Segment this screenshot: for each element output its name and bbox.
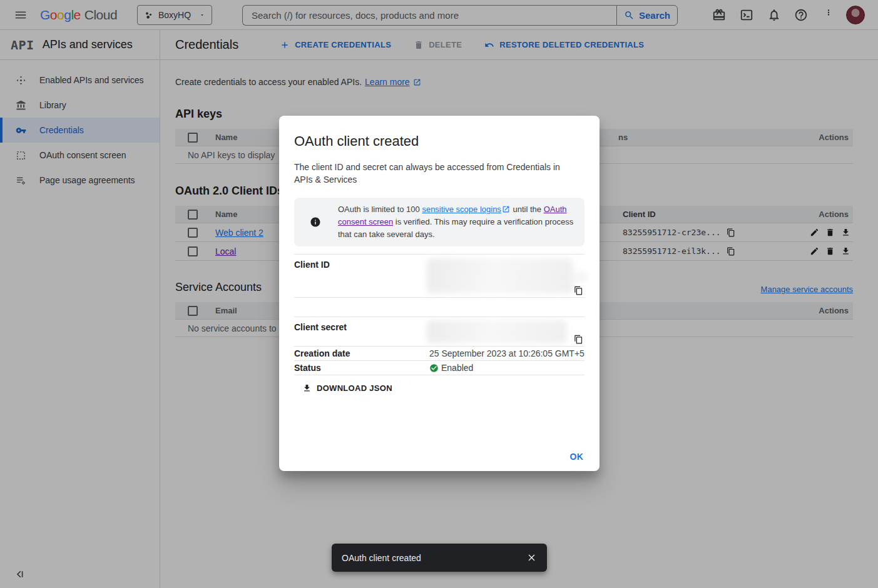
close-icon[interactable] [526,552,537,563]
client-secret-row: Client secret [294,317,584,346]
info-icon [310,216,321,228]
status-label: Status [294,363,429,373]
creation-date-value: 25 September 2023 at 10:26:05 GMT+5 [429,348,584,358]
notice-pre: OAuth is limited to 100 [338,205,422,214]
oauth-limit-notice: OAuth is limited to 100 sensitive scope … [294,198,584,246]
creation-date-row: Creation date 25 September 2023 at 10:26… [294,346,584,360]
download-json-button[interactable]: DOWNLOAD JSON [302,383,392,393]
dialog-subtitle: The client ID and secret can always be a… [294,161,577,186]
external-link-icon [502,205,510,213]
download-json-label: DOWNLOAD JSON [317,383,392,393]
spacer-row [294,297,584,317]
redacted-client-secret-value [427,320,567,343]
redacted-client-id-value [568,272,587,282]
sensitive-scope-logins-link[interactable]: sensitive scope logins [422,205,501,214]
status-row: Status Enabled [294,360,584,375]
client-id-row: Client ID [294,254,584,297]
notice-mid: until the [511,205,544,214]
status-badge: Enabled [429,363,473,373]
redacted-client-id-value [427,258,573,293]
app-root: Google Cloud BoxyHQ Search (/) for resou… [0,0,878,588]
check-circle-icon [429,363,439,373]
notice-text: OAuth is limited to 100 sensitive scope … [338,203,576,241]
ok-button[interactable]: OK [570,452,584,462]
creation-date-label: Creation date [294,348,429,358]
dialog-detail-rows: Client ID Client secret Creation date 25… [294,254,584,375]
copy-client-secret-icon[interactable] [574,335,583,344]
oauth-client-created-dialog: OAuth client created The client ID and s… [279,116,600,471]
dialog-title: OAuth client created [294,116,584,150]
toast-message: OAuth client created [342,553,421,563]
status-value: Enabled [441,363,473,373]
download-icon [302,383,312,393]
copy-client-id-icon[interactable] [574,286,583,295]
toast-snackbar: OAuth client created [332,544,547,572]
